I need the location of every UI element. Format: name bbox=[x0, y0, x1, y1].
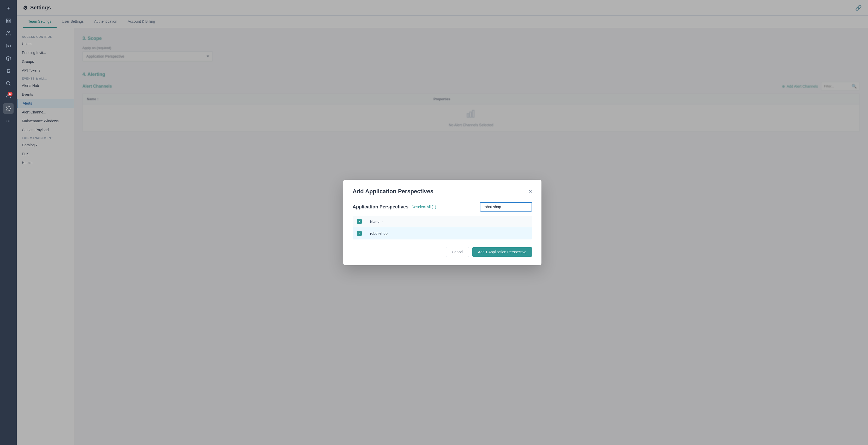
reports-icon[interactable] bbox=[3, 15, 13, 26]
deselect-all-link[interactable]: Deselect All (1) bbox=[411, 205, 436, 209]
modal-section-title: Application Perspectives bbox=[352, 204, 408, 210]
table-row: ✓ robot-shop bbox=[353, 227, 532, 240]
svg-marker-6 bbox=[6, 56, 11, 58]
modal-section-label-group: Application Perspectives Deselect All (1… bbox=[352, 204, 436, 210]
select-all-checkbox[interactable]: ✓ bbox=[357, 219, 362, 224]
modal-close-button[interactable]: × bbox=[529, 189, 532, 194]
svg-point-8 bbox=[6, 82, 10, 85]
alerts-badge: 12 bbox=[8, 92, 12, 96]
svg-point-5 bbox=[8, 45, 9, 47]
svg-point-12 bbox=[8, 108, 9, 109]
modal-footer: Cancel Add 1 Application Perspective bbox=[352, 247, 532, 257]
select-all-col-header: ✓ bbox=[353, 216, 366, 227]
svg-rect-3 bbox=[6, 21, 8, 23]
svg-line-9 bbox=[9, 85, 10, 86]
svg-point-15 bbox=[6, 121, 7, 121]
row-checkbox-cell: ✓ bbox=[353, 227, 366, 240]
perspective-name-col-header: Name ↑ bbox=[366, 216, 532, 227]
integrations-icon[interactable] bbox=[3, 41, 13, 51]
dashboard-icon[interactable]: ⊞ bbox=[3, 3, 13, 13]
name-sort-icon: ↑ bbox=[381, 220, 383, 224]
alerts-nav-icon[interactable]: 12 bbox=[3, 91, 13, 101]
sidebar: ⊞ 12 bbox=[0, 0, 17, 445]
modal-title: Add Application Perspectives bbox=[352, 188, 433, 195]
content-wrapper: ACCESS CONTROL Users Pending Invit... Gr… bbox=[17, 28, 868, 445]
modal-section-header: Application Perspectives Deselect All (1… bbox=[352, 202, 532, 212]
svg-rect-2 bbox=[9, 21, 10, 23]
layers-icon[interactable] bbox=[3, 53, 13, 64]
svg-rect-0 bbox=[6, 19, 8, 21]
modal-search-input[interactable] bbox=[480, 202, 532, 212]
search-nav-icon[interactable] bbox=[3, 78, 13, 89]
modal-overlay: Add Application Perspectives × Applicati… bbox=[17, 28, 868, 445]
svg-point-13 bbox=[8, 121, 9, 121]
users-group-icon[interactable] bbox=[3, 28, 13, 39]
more-nav-icon[interactable] bbox=[3, 116, 13, 126]
main-area: ⚙ Settings 🔗 Team Settings User Settings… bbox=[17, 0, 868, 445]
row-checkbox[interactable]: ✓ bbox=[357, 231, 362, 236]
lab-icon[interactable] bbox=[3, 66, 13, 76]
modal-header: Add Application Perspectives × bbox=[352, 188, 532, 195]
confirm-button[interactable]: Add 1 Application Perspective bbox=[472, 247, 532, 257]
modal-dialog: Add Application Perspectives × Applicati… bbox=[343, 180, 541, 265]
svg-rect-1 bbox=[9, 19, 10, 21]
settings-nav-icon[interactable] bbox=[3, 103, 13, 114]
svg-point-14 bbox=[10, 121, 10, 121]
svg-point-4 bbox=[7, 32, 9, 33]
cancel-button[interactable]: Cancel bbox=[446, 247, 469, 257]
perspectives-table: ✓ Name ↑ ✓ robo bbox=[352, 216, 532, 240]
row-name-cell: robot-shop bbox=[366, 227, 532, 240]
